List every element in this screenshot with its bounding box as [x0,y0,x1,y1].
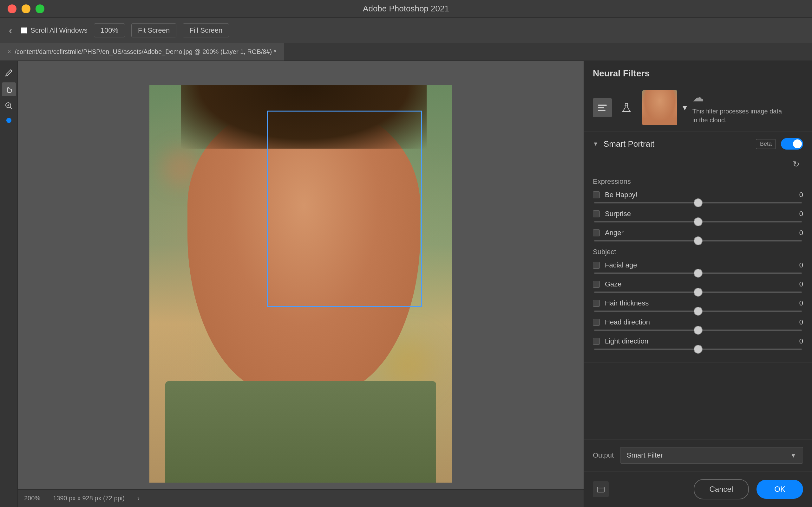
minimize-button[interactable] [21,4,31,13]
svg-rect-6 [598,110,606,111]
shirt-area [165,381,436,483]
hand-tool[interactable] [2,82,16,96]
output-select-wrapper[interactable]: Smart Filter ▼ [620,447,803,464]
toolbar: ‹ Scroll All Windows 100% Fit Screen Fil… [0,18,812,43]
surprise-label: Surprise [605,210,631,218]
fill-screen-button[interactable]: Fill Screen [183,23,229,38]
filter-item-head-direction-left: Head direction [593,318,650,326]
face-dropdown-button[interactable]: ▼ [681,103,689,112]
be-happy-value: 0 [791,191,803,199]
close-button[interactable] [8,4,16,13]
panel-header: Neural Filters [584,61,812,84]
svg-rect-4 [598,105,607,106]
output-selected-value: Smart Filter [627,451,663,459]
head-direction-label: Head direction [605,318,650,326]
flask-icon[interactable] [617,98,636,117]
tab-close-icon[interactable]: × [8,49,11,55]
filter-item-surprise-header: Surprise 0 [593,210,803,218]
head-direction-slider-track [594,330,802,331]
filter-item-light-direction-left: Light direction [593,337,648,345]
scroll-all-windows-checkbox[interactable] [21,27,27,34]
light-direction-slider-thumb[interactable] [694,345,703,354]
maximize-button[interactable] [36,4,44,13]
cloud-text: This filter processes image datain the c… [693,107,782,124]
hair-thickness-slider-thumb[interactable] [694,307,703,316]
titlebar: Adobe Photoshop 2021 [0,0,812,18]
anger-slider-thumb[interactable] [694,236,703,245]
canvas-area[interactable]: 200% 1390 px x 928 px (72 ppi) › [18,61,583,507]
cloud-icon: ☁ [693,91,782,104]
sp-controls: Beta [756,138,803,150]
ok-button[interactable]: OK [757,480,803,499]
sp-expand-icon[interactable]: ▼ [593,141,599,147]
filter-item-gaze-header: Gaze 0 [593,280,803,288]
facial-age-slider-thumb[interactable] [694,269,703,278]
light-direction-slider-container [593,349,803,350]
gaze-slider-container [593,291,803,293]
active-indicator [6,118,11,123]
brush-tool[interactable] [2,66,16,80]
hair-thickness-label: Hair thickness [605,299,649,307]
right-panel: Neural Filters [583,61,812,507]
tab-item[interactable]: × /content/dam/ccfirstmile/PHSP/en_US/as… [0,43,284,60]
window-controls [8,4,44,13]
anger-slider-container [593,240,803,241]
svg-line-1 [10,107,12,109]
gaze-slider-thumb[interactable] [694,288,703,297]
head-direction-slider-thumb[interactable] [694,326,703,335]
be-happy-checkbox[interactable] [593,191,600,199]
facial-age-checkbox[interactable] [593,262,600,269]
hair-thickness-value: 0 [791,299,803,307]
filter-item-head-direction: Head direction 0 [593,318,803,331]
smart-portrait-header: ▼ Smart Portrait Beta [593,138,803,150]
zoom-tool[interactable] [2,99,16,113]
facial-age-slider-container [593,273,803,274]
tabbar: × /content/dam/ccfirstmile/PHSP/en_US/as… [0,43,812,61]
facial-age-label: Facial age [605,261,637,269]
gaze-value: 0 [791,280,803,288]
navigate-right-icon[interactable]: › [137,494,140,503]
cloud-info: ☁ This filter processes image datain the… [693,91,782,124]
svg-rect-5 [598,107,604,108]
filter-icon-group [593,98,636,117]
smart-portrait-toggle[interactable] [781,138,803,150]
surprise-slider-thumb[interactable] [694,217,703,226]
sp-title-row: ▼ Smart Portrait [593,139,654,149]
surprise-slider-container [593,221,803,222]
cancel-button[interactable]: Cancel [694,479,749,499]
zoom-level: 200% [24,495,40,502]
filter-item-be-happy-header: Be Happy! 0 [593,191,803,199]
action-buttons: Cancel OK [694,479,803,499]
fit-screen-button[interactable]: Fit Screen [131,23,176,38]
filter-item-light-direction-header: Light direction 0 [593,337,803,345]
head-direction-value: 0 [791,318,803,326]
expressions-label: Expressions [593,177,803,186]
image-dimensions: 1390 px x 928 px (72 ppi) [53,495,125,502]
all-filters-icon[interactable] [593,98,612,117]
zoom-input[interactable]: 100% [94,23,125,38]
gaze-checkbox[interactable] [593,281,600,288]
hair-thickness-checkbox[interactable] [593,300,600,307]
filter-item-hair-thickness-header: Hair thickness 0 [593,299,803,307]
be-happy-slider-thumb[interactable] [694,199,703,207]
beta-badge: Beta [756,139,776,149]
reset-button[interactable]: ↻ [789,157,803,171]
light-direction-checkbox[interactable] [593,338,600,345]
scroll-all-windows-check[interactable]: Scroll All Windows [21,26,88,35]
bottom-left-icons [593,481,609,497]
filter-item-head-direction-header: Head direction 0 [593,318,803,326]
svg-rect-8 [597,487,604,492]
back-button[interactable]: ‹ [6,22,14,38]
output-select[interactable]: Smart Filter ▼ [620,447,803,464]
surprise-checkbox[interactable] [593,210,600,217]
output-label: Output [593,451,614,459]
bottom-buttons: Cancel OK [584,471,812,507]
face-thumb-inner [642,90,677,125]
head-direction-checkbox[interactable] [593,319,600,326]
filter-item-hair-thickness: Hair thickness 0 [593,299,803,312]
filter-item-facial-age-header: Facial age 0 [593,261,803,269]
anger-checkbox[interactable] [593,229,600,236]
filter-item-anger-left: Anger [593,229,623,237]
tab-breadcrumb: /content/dam/ccfirstmile/PHSP/en_US/asse… [15,48,276,55]
panel-bottom-layers-icon[interactable] [593,481,609,497]
